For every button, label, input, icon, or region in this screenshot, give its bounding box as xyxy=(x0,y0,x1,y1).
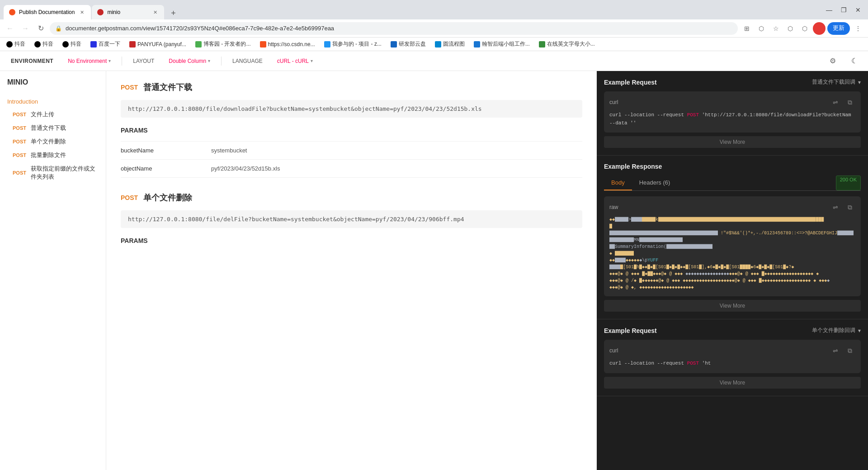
bookmark-favicon-douyin2 xyxy=(34,41,41,47)
tab-favicon-1 xyxy=(9,9,15,15)
post-section-download: POST 普通文件下载 http://127.0.0.1:8080/file/d… xyxy=(121,82,582,178)
view-more-request-1[interactable]: View More xyxy=(604,136,861,148)
new-tab-button[interactable]: + xyxy=(167,7,179,19)
browser-chrome: Publish Documentation ✕ minio ✕ + — ❐ ✕ xyxy=(0,0,868,19)
example-request-title-1: Example Request xyxy=(604,79,657,86)
toolbar-divider-1 xyxy=(122,57,122,66)
sidebar-item-delete-batch[interactable]: POST 批量删除文件 xyxy=(0,148,106,162)
bookmark-label-alphabet: 在线英文字母大小... xyxy=(547,40,595,48)
bookmark-panyufa[interactable]: PANYUFA (panyuf... xyxy=(127,40,189,48)
toolbar-language-selector[interactable]: cURL - cURL ▾ xyxy=(274,56,316,66)
example-selector-1[interactable]: 普通文件下载回调 ▾ xyxy=(812,78,861,86)
bookmark-baidu[interactable]: 百度一下 xyxy=(88,39,123,49)
bookmark-douyin-1[interactable]: 抖音 xyxy=(4,39,28,49)
params-title-delete: PARAMS xyxy=(121,237,582,244)
bookmark-csdn[interactable]: https://so.csdn.ne... xyxy=(257,40,318,48)
method-badge-post4: POST xyxy=(13,152,27,158)
wrap-icon-3[interactable]: ⇌ xyxy=(830,345,841,356)
sidebar-item-label-2: 普通文件下载 xyxy=(31,124,66,132)
tab-title-1: Publish Documentation xyxy=(19,9,75,15)
forward-button[interactable]: → xyxy=(19,22,32,35)
copy-icon-2[interactable]: ⧉ xyxy=(844,202,855,213)
bookmark-label-douyin1: 抖音 xyxy=(14,40,25,48)
post-header-download: POST 普通文件下载 xyxy=(121,82,582,93)
back-button[interactable]: ← xyxy=(4,22,16,35)
copy-icon-1[interactable]: ⧉ xyxy=(844,97,855,108)
bookmark-favicon-cnblogs xyxy=(195,41,202,47)
tab-close-2[interactable]: ✕ xyxy=(151,9,159,16)
bookmark-flowchart[interactable]: 圆流程图 xyxy=(432,39,467,49)
bookmark-favicon-panyufa xyxy=(129,41,136,47)
tab-publish-documentation[interactable]: Publish Documentation ✕ xyxy=(4,5,91,19)
translate-icon[interactable]: ⊞ xyxy=(741,22,753,35)
sidebar-item-label-3: 单个文件删除 xyxy=(31,138,66,146)
bookmark-label-douyin3: 抖音 xyxy=(71,40,81,48)
code-lang-raw-1: raw xyxy=(609,204,618,210)
sidebar-title: MINIO xyxy=(0,78,106,94)
response-tab-body[interactable]: Body xyxy=(604,176,632,190)
bookmark-douyin-3[interactable]: 抖音 xyxy=(60,39,84,49)
toolbar-layout-label: LAYOUT xyxy=(129,56,158,66)
code-block-request-2: curl ⇌ ⧉ curl --location --request POST … xyxy=(604,340,861,373)
sidebar-intro[interactable]: Introduction xyxy=(0,95,106,108)
close-button[interactable]: ✕ xyxy=(852,4,864,16)
tab-close-1[interactable]: ✕ xyxy=(78,9,85,16)
extension-icon[interactable]: ⬡ xyxy=(784,22,797,35)
bookmark-icon[interactable]: ☆ xyxy=(769,22,782,35)
bookmark-label-cnblogs: 博客园 - 开发者的... xyxy=(203,40,251,48)
view-more-request-2[interactable]: View More xyxy=(604,377,861,389)
bookmark-yunpan[interactable]: 研发部云盘 xyxy=(388,39,429,49)
view-more-response-1[interactable]: View More xyxy=(604,300,861,312)
example-request-header-1: Example Request 普通文件下载回调 ▾ xyxy=(604,78,861,86)
address-bar[interactable]: 🔒 documenter.getpostman.com/view/1574172… xyxy=(50,22,738,35)
param-row-2: objectName pyf/2023/04/23/52d15b.xls xyxy=(121,160,582,178)
code-line-1b: --data '' xyxy=(609,120,636,126)
toolbar-environment-label: ENVIRONMENT xyxy=(7,56,57,66)
sidebar-item-upload[interactable]: POST 文件上传 xyxy=(0,108,106,121)
bookmarks-bar: 抖音 抖音 抖音 百度一下 PANYUFA (panyuf... 博客园 - 开… xyxy=(0,38,868,51)
example-selector-2[interactable]: 单个文件删除回调 ▾ xyxy=(812,327,861,334)
bookmark-douyin-2[interactable]: 抖音 xyxy=(32,39,56,49)
code-content-2: curl --location --request POST 'ht xyxy=(609,360,855,368)
code-lang-1: curl xyxy=(609,99,618,105)
minimize-button[interactable]: — xyxy=(823,4,835,16)
sidebar-item-list[interactable]: POST 获取指定前缀的文件或文件夹列表 xyxy=(0,162,106,184)
cast-icon[interactable]: ⬡ xyxy=(755,22,768,35)
update-button[interactable]: 更新 xyxy=(827,22,850,35)
toolbar-language-label: LANGUAGE xyxy=(229,56,266,66)
code-actions-1: ⇌ ⧉ xyxy=(830,97,855,108)
sidebar-item-delete-single[interactable]: POST 单个文件删除 xyxy=(0,135,106,148)
code-block-header-2: curl ⇌ ⧉ xyxy=(609,345,855,356)
nav-actions: ⊞ ⬡ ☆ ⬡ ⬡ 更新 ⋮ xyxy=(741,22,864,35)
toolbar-layout-selector[interactable]: Double Column ▾ xyxy=(165,56,214,66)
response-tab-headers[interactable]: Headers (6) xyxy=(632,176,678,190)
maximize-button[interactable]: ❐ xyxy=(837,4,850,16)
tab-minio[interactable]: minio ✕ xyxy=(92,5,164,19)
wrap-icon-2[interactable]: ⇌ xyxy=(830,202,841,213)
method-badge-post2: POST xyxy=(13,125,27,131)
bookmark-hanzhi[interactable]: 翰智后端小组工作... xyxy=(471,39,533,49)
example-response-header-1: Example Response xyxy=(604,163,861,170)
bookmark-cnblogs[interactable]: 博客园 - 开发者的... xyxy=(193,39,254,49)
post-section-delete: POST 单个文件删除 http://127.0.0.1:8080/file/d… xyxy=(121,192,582,244)
tab-bar: Publish Documentation ✕ minio ✕ + xyxy=(4,0,817,19)
post-url-delete: http://127.0.0.1:8080/file/delFile?bucke… xyxy=(121,210,582,228)
profile-icon[interactable]: ⬡ xyxy=(798,22,811,35)
menu-icon[interactable]: ⋮ xyxy=(852,22,864,35)
refresh-button[interactable]: ↻ xyxy=(34,22,47,35)
code-actions-response-1: ⇌ ⧉ xyxy=(830,202,855,213)
settings-button[interactable]: ⚙ xyxy=(826,55,839,67)
copy-icon-3[interactable]: ⧉ xyxy=(844,345,855,356)
bookmark-alphabet[interactable]: 在线英文字母大小... xyxy=(536,39,598,49)
toolbar-environment-selector[interactable]: No Environment ▾ xyxy=(64,56,114,66)
wrap-icon-1[interactable]: ⇌ xyxy=(830,97,841,108)
bookmark-favicon-douyin3 xyxy=(62,41,69,47)
post-header-delete: POST 单个文件删除 xyxy=(121,192,582,203)
code-line-2a: curl --location --request POST 'ht xyxy=(609,361,711,366)
bookmark-project[interactable]: 我参与的 - 项目 - z... xyxy=(321,39,384,49)
dark-mode-toggle[interactable]: ☾ xyxy=(848,55,861,67)
sidebar-item-download[interactable]: POST 普通文件下载 xyxy=(0,121,106,135)
example-request-section-1: Example Request 普通文件下载回调 ▾ curl ⇌ ⧉ curl… xyxy=(597,71,868,156)
profile-avatar[interactable] xyxy=(813,22,826,35)
bookmark-label-csdn: https://so.csdn.ne... xyxy=(268,41,315,47)
